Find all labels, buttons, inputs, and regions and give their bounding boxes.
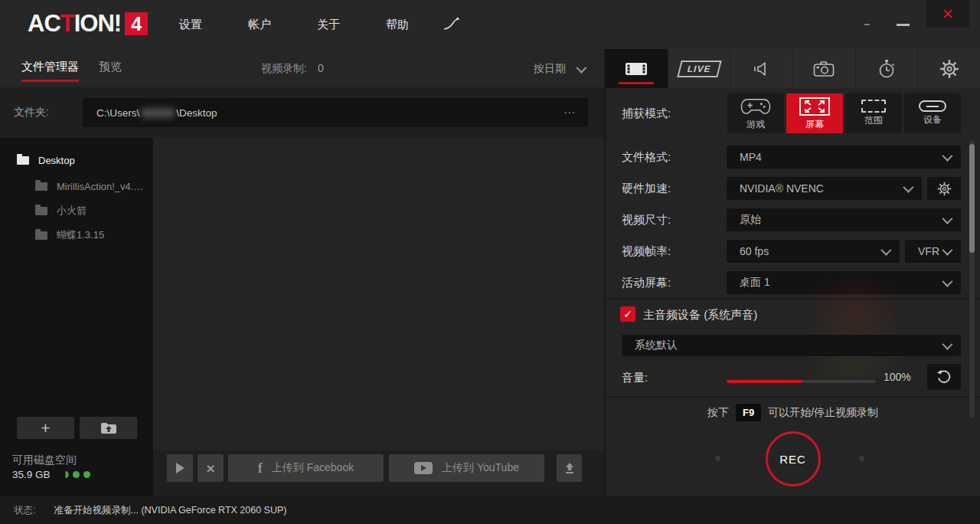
menu-account[interactable]: 帐户 (248, 18, 271, 32)
reset-icon (936, 369, 952, 385)
capture-mode-device[interactable]: 设备 (904, 93, 961, 133)
tab-settings[interactable] (918, 49, 980, 88)
close-button[interactable]: ✕ (926, 0, 969, 28)
audio-device-dropdown[interactable]: 系统默认 (622, 335, 961, 356)
file-format-value: MP4 (740, 151, 762, 163)
volume-value: 100% (884, 371, 911, 383)
section-divider (606, 396, 980, 398)
framerate-dropdown[interactable]: 60 fps (727, 240, 900, 263)
gamepad-icon (739, 97, 773, 116)
delete-button[interactable]: × (198, 454, 224, 482)
menu-about[interactable]: 关于 (317, 18, 340, 32)
capture-mode-label-region: 范围 (864, 114, 883, 127)
camera-icon (813, 60, 835, 78)
active-screen-dropdown[interactable]: 桌面 1 (727, 271, 961, 294)
framerate-mode-dropdown[interactable]: VFR (905, 240, 961, 263)
tree-item-label: Desktop (38, 155, 75, 166)
menu-settings[interactable]: 设置 (179, 18, 202, 32)
decorative-dot (715, 456, 720, 461)
folder-upload-icon (100, 422, 117, 434)
browse-folder-button[interactable]: ... (559, 100, 580, 119)
recordings-area: × f 上传到 Facebook 上传到 YouTube (153, 138, 604, 496)
capture-mode-label-game: 游戏 (746, 118, 765, 131)
recordings-counter: 视频录制:0 (261, 62, 324, 76)
audio-device-value: 系统默认 (635, 339, 678, 352)
film-icon (624, 60, 648, 78)
chevron-down-icon (942, 277, 952, 287)
chevron-down-icon (880, 245, 891, 256)
sort-by-dropdown[interactable]: 按日期 (534, 62, 584, 76)
video-size-dropdown[interactable]: 原始 (727, 208, 961, 231)
chevron-down-icon (903, 182, 913, 193)
action4-window: ACTION! 4 设置 帐户 关于 帮助 ✕ 文件管理器 预览 视频录制:0 (0, 0, 980, 524)
primary-audio-checkbox[interactable]: ✓ (620, 306, 635, 322)
logo-version-badge: 4 (125, 12, 148, 35)
delete-icon: × (206, 461, 214, 476)
disk-level-dot (73, 471, 80, 478)
speaker-icon (753, 60, 770, 78)
file-format-label: 文件格式: (622, 150, 671, 165)
add-folder-button[interactable]: + (17, 417, 74, 439)
titlebar: ACTION! 4 设置 帐户 关于 帮助 ✕ (0, 0, 980, 49)
chevron-down-icon (942, 339, 952, 350)
region-icon (861, 100, 886, 113)
export-button[interactable] (557, 454, 582, 482)
volume-label: 音量: (622, 371, 648, 385)
tab-file-manager[interactable]: 文件管理器 (21, 60, 79, 82)
live-icon: LIVE (677, 61, 721, 77)
upload-facebook-button[interactable]: f 上传到 Facebook (228, 454, 384, 482)
file-format-dropdown[interactable]: MP4 (727, 146, 961, 169)
tree-item-label: 蝴蝶1.3.15 (57, 228, 104, 242)
upload-youtube-button[interactable]: 上传到 YouTube (389, 454, 544, 482)
logo-text: AC (28, 10, 60, 38)
mode-tab-strip: LIVE (606, 49, 980, 88)
folder-path-input[interactable]: C:\Users\\Desktop ... (83, 98, 588, 127)
play-icon (176, 463, 185, 473)
checkmark-icon: ✓ (623, 308, 632, 320)
menu-help[interactable]: 帮助 (386, 18, 409, 32)
tab-audio-recording[interactable] (730, 49, 793, 88)
hw-accel-settings-button[interactable] (927, 177, 961, 200)
disk-level-dot (83, 471, 90, 478)
action-logo: ACTION! 4 (28, 10, 148, 38)
capture-mode-game[interactable]: 游戏 (727, 93, 784, 133)
capture-mode-screen[interactable]: 屏幕 (786, 93, 843, 133)
plus-icon: + (41, 420, 50, 436)
tab-live-streaming[interactable]: LIVE (668, 49, 731, 88)
folder-icon (17, 156, 29, 165)
upload-icon (564, 462, 576, 474)
recordings-list[interactable] (153, 138, 604, 450)
minimize-button[interactable] (897, 24, 910, 26)
redacted-username (141, 109, 175, 117)
status-bar: 状态: 准备开始视频录制... (NVIDIA GeForce RTX 2060… (0, 496, 980, 524)
tab-screenshots[interactable] (793, 49, 856, 88)
tree-item-desktop[interactable]: Desktop (0, 150, 170, 170)
capture-mode-region[interactable]: 范围 (845, 93, 902, 133)
disk-space-value: 35.9 GB (12, 469, 51, 480)
folder-icon (35, 207, 47, 215)
chevron-down-icon (576, 63, 586, 74)
video-size-value: 原始 (740, 213, 761, 227)
hw-accel-dropdown[interactable]: NVIDIA® NVENC (727, 177, 922, 200)
tab-video-recording[interactable] (606, 49, 668, 88)
tab-preview[interactable]: 预览 (99, 60, 122, 80)
tray-minimize-icon[interactable] (864, 24, 870, 25)
tree-item-label: MirillisAction!_v4.3.1... (57, 181, 147, 192)
scrollbar-thumb[interactable] (969, 144, 975, 253)
capture-mode-label-device: 设备 (923, 113, 942, 126)
tab-benchmark-timer[interactable] (856, 49, 919, 88)
folder-icon (35, 182, 47, 191)
record-button[interactable]: REC (766, 431, 821, 486)
hotkey-keycap: F9 (736, 404, 761, 421)
volume-reset-button[interactable] (927, 364, 961, 390)
framerate-label: 视频帧率: (622, 244, 671, 259)
open-folder-button[interactable] (80, 417, 137, 439)
pen-icon[interactable] (443, 16, 461, 31)
folder-icon (35, 231, 47, 240)
device-icon (919, 100, 946, 112)
volume-slider[interactable] (727, 380, 876, 383)
youtube-icon (414, 462, 433, 474)
status-message: 准备开始视频录制... (NVIDIA GeForce RTX 2060 SUP… (54, 504, 286, 517)
play-button[interactable] (167, 454, 193, 482)
folder-path-value: C:\Users\\Desktop (96, 107, 217, 119)
